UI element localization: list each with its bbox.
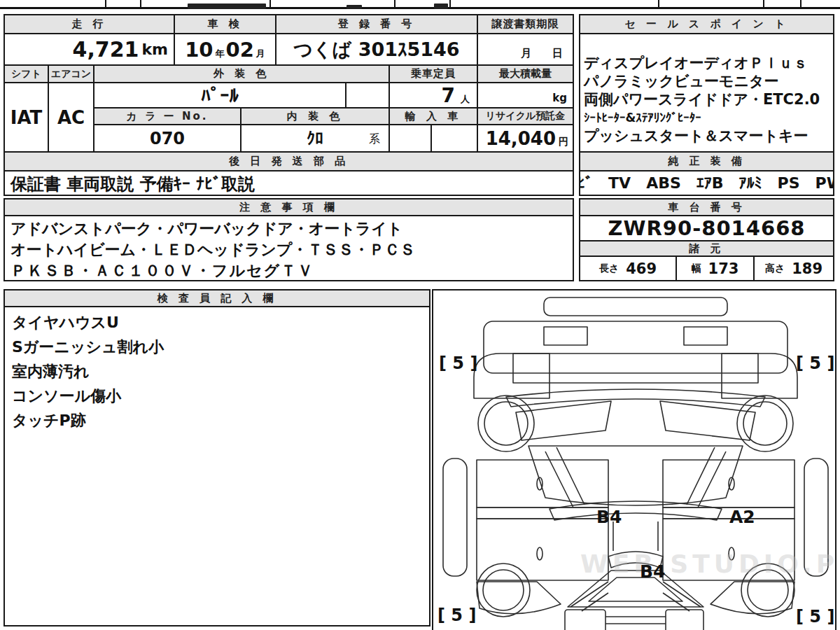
color-no-header: カ ラ ー No. xyxy=(93,107,241,125)
glass-section-left xyxy=(516,401,611,440)
chassis-value: ZWR90-8014668 xyxy=(579,215,834,241)
note-line: オートハイビーム・ＬＥＤヘッドランプ・ＴＳＳ・ＰＣＳ xyxy=(10,239,573,260)
later-shipping-value: 保証書 車両取説 予備ｷｰ ﾅﾋﾞ取説 xyxy=(4,170,574,196)
auction-sheet: 走 行 車 検 登 録 番 号 譲渡書類期限 4,721 km 10 年 02 … xyxy=(0,0,840,630)
cropped-row-fragment xyxy=(0,0,840,9)
tire-grade-rear-left: [ 5 ] xyxy=(438,606,476,625)
spec-length: 長さ 469 xyxy=(579,255,677,281)
aircon-value: AC xyxy=(48,82,94,153)
inspector-note-line: タッチP跡 xyxy=(12,408,429,433)
inspection-year-unit: 年 xyxy=(216,48,225,60)
pillar-band-right xyxy=(663,507,794,519)
recycle-fee-value: 14,040 円 xyxy=(477,124,574,153)
rear-wheel-right xyxy=(741,564,794,617)
genuine-equipment-value: ﾅﾋﾞ TV ABS ｴｱB ｱﾙﾐ PS PW xyxy=(579,170,834,196)
inspection-value: 10 年 02 月 xyxy=(174,33,276,66)
rear-panel-right xyxy=(666,610,704,630)
spec-width-label: 幅 xyxy=(692,262,701,275)
capacity-value: 7 人 xyxy=(388,82,478,108)
registration-value: つくば 301ｽ5146 xyxy=(275,33,478,66)
import-car-header: 輸 入 車 xyxy=(388,107,478,125)
rear-quarter-left xyxy=(477,582,561,614)
spec-length-value: 469 xyxy=(626,260,657,277)
damage-code-left-quarter: B4 xyxy=(640,561,665,582)
shift-header: シフト xyxy=(4,64,49,83)
front-wheel-left-inner xyxy=(484,402,528,445)
chassis-header: 車 台 番 号 xyxy=(579,198,834,216)
front-bumper xyxy=(544,298,727,316)
color-no-value: 070 xyxy=(93,124,241,153)
inspector-note-line: Sガーニッシュ割れ小 xyxy=(12,335,429,359)
max-load-header: 最大積載量 xyxy=(477,64,574,83)
mileage-value: 4,721 km xyxy=(4,33,175,66)
max-load-value: kg xyxy=(477,82,574,108)
sales-point-line: 両側パワースライドドア・ETC2.0 xyxy=(584,90,833,108)
rear-bumper-bars xyxy=(606,617,666,624)
notes-body: アドバンストパーク・パワーバックドア・オートライト オートハイビーム・ＬＥＤヘッ… xyxy=(4,215,574,281)
mileage-header: 走 行 xyxy=(4,14,175,34)
door-handle-left-rear xyxy=(537,547,542,560)
import-car-cell-2 xyxy=(430,124,478,153)
rear-wheel-left-inner xyxy=(483,570,524,610)
front-wheel-left xyxy=(478,396,534,451)
rear-panel-left xyxy=(565,610,606,630)
front-fender-left xyxy=(474,354,550,398)
spec-height-value: 189 xyxy=(792,260,822,277)
spec-height-label: 高さ xyxy=(765,262,785,275)
inspection-month: 02 xyxy=(226,38,254,62)
headlight-right xyxy=(684,327,727,345)
inspector-notes-header: 検 査 員 記 入 欄 xyxy=(4,289,430,307)
side-sill-left xyxy=(443,458,467,576)
inspector-note-line: コンソール傷小 xyxy=(12,384,429,408)
recycle-fee-header: リサイクル預託金 xyxy=(477,107,574,125)
notes-header: 注 意 事 項 欄 xyxy=(4,198,574,216)
inspector-note-line: 室内薄汚れ xyxy=(12,359,429,384)
front-wheel-right-inner xyxy=(743,402,787,445)
transfer-docs-header: 譲渡書類期限 xyxy=(477,14,574,34)
headlight-left xyxy=(544,327,587,345)
exterior-color-header: 外 装 色 xyxy=(93,64,390,83)
mileage-number: 4,721 xyxy=(73,37,139,62)
interior-color-value: ｸﾛ 系 xyxy=(240,124,390,153)
spec-length-label: 長さ xyxy=(599,262,619,275)
inspection-year: 10 xyxy=(185,38,213,62)
tire-grade-front-left: [ 5 ] xyxy=(439,354,477,373)
rear-quarter-right xyxy=(710,582,794,614)
sales-point-line: ディスプレイオーディオＰｌｕｓ xyxy=(584,54,833,72)
transfer-docs-value: 月 日 xyxy=(477,33,574,66)
damage-code-right-quarter: A2 xyxy=(729,507,755,527)
sales-point-line: プッシュスタート＆スマートキー xyxy=(584,127,833,145)
glass-section-right xyxy=(660,401,755,440)
specs-header: 諸 元 xyxy=(579,240,834,257)
inspection-month-unit: 月 xyxy=(256,48,265,60)
recycle-fee-number: 14,040 xyxy=(486,128,556,149)
roof-band xyxy=(550,501,722,520)
rear-wheel-left xyxy=(477,564,530,617)
spec-width: 幅 173 xyxy=(676,255,755,281)
rear-floor-inner xyxy=(589,578,682,601)
sales-points-header: セ ー ル ス ポ イ ン ト xyxy=(579,14,834,34)
import-car-cell-1 xyxy=(388,124,432,153)
door-handle-right-rear xyxy=(729,547,734,560)
recycle-fee-unit: 円 xyxy=(559,136,568,148)
interior-color-suffix: 系 xyxy=(369,132,380,147)
capacity-number: 7 xyxy=(442,84,455,107)
exterior-color-empty xyxy=(345,82,390,108)
car-diagram-box: WEB STUDIO.PRO [ 5 ] [ 5 ] B4 A2 B4 [ 5 … xyxy=(432,289,836,630)
interior-color-header: 内 装 色 xyxy=(240,107,390,125)
note-line: ＰＫＳＢ・ＡＣ１００Ｖ・フルセグＴＶ xyxy=(10,260,573,281)
front-fender-right xyxy=(722,354,797,398)
genuine-equipment-header: 純 正 装 備 xyxy=(579,151,834,172)
aircon-header: エアコン xyxy=(48,64,94,83)
exterior-color-value: ﾊﾟｰﾙ xyxy=(93,82,346,108)
sales-points-body: ディスプレイオーディオＰｌｕｓ パノラミックビューモニター 両側パワースライドド… xyxy=(579,33,834,153)
mileage-unit: km xyxy=(141,41,168,58)
sales-point-line: パノラミックビューモニター xyxy=(584,72,833,90)
capacity-unit: 人 xyxy=(461,93,470,106)
note-line: アドバンストパーク・パワーバックドア・オートライト xyxy=(10,218,573,239)
car-top-view-diagram xyxy=(433,290,836,630)
spec-height: 高さ 189 xyxy=(753,255,834,281)
spec-width-value: 173 xyxy=(708,260,739,277)
front-wheel-right xyxy=(737,396,793,451)
registration-header: 登 録 番 号 xyxy=(275,14,478,34)
